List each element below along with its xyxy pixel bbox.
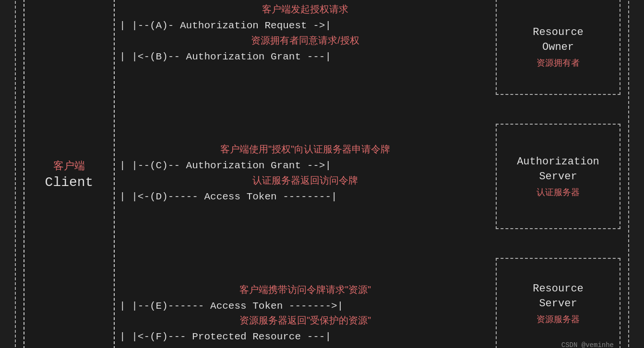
gap-1 xyxy=(119,86,491,95)
right-gap-2 xyxy=(496,229,620,258)
resource-server-box: Resource Server 资源服务器 xyxy=(496,258,620,348)
annotation-1-mid: 资源拥有者同意请求/授权 xyxy=(119,34,491,47)
authorization-server-box: Authorization Server 认证服务器 xyxy=(496,124,620,229)
auth-server-cn: 认证服务器 xyxy=(537,186,580,198)
flow-line-b: | |<-(B)-- Authorization Grant ---| xyxy=(119,49,491,65)
annotation-2-top: 客户端使用"授权"向认证服务器申请令牌 xyxy=(119,143,491,156)
flow-line-e: | |--(E)------ Access Token ------->| xyxy=(119,298,491,314)
flow-group-2: 客户端使用"授权"向认证服务器申请令牌 | |--(C)-- Authoriza… xyxy=(119,139,491,209)
flow-line-d: | |<-(D)----- Access Token --------| xyxy=(119,189,491,205)
watermark: CSDN @veminhe xyxy=(561,341,614,348)
right-gap-1 xyxy=(496,95,620,124)
resource-server-en-line1: Resource xyxy=(533,282,584,297)
gap-4 xyxy=(119,253,491,262)
inner-layout: 客户端 Client 客户端发起授权请求 | |--(A)- Authoriza… xyxy=(24,0,620,348)
flow-group-3: 客户端携带访问令牌请求"资源" | |--(E)------ Access To… xyxy=(119,279,491,348)
resource-owner-en-line1: Resource xyxy=(533,25,584,40)
client-en-label: Client xyxy=(45,175,94,190)
gap-2 xyxy=(119,113,491,122)
client-box: 客户端 Client xyxy=(24,0,115,348)
annotation-2-mid: 认证服务器返回访问令牌 xyxy=(119,174,491,187)
right-stack: Resource Owner 资源拥有者 Authorization Serve… xyxy=(496,0,620,348)
resource-owner-en-line2: Owner xyxy=(542,40,574,55)
diagram-container: 客户端 Client 客户端发起授权请求 | |--(A)- Authoriza… xyxy=(15,0,629,348)
gap-3 xyxy=(119,226,491,235)
flow-line-c: | |--(C)-- Authorization Grant -->| xyxy=(119,158,491,174)
auth-server-en-line1: Authorization xyxy=(517,155,599,170)
resource-owner-box: Resource Owner 资源拥有者 xyxy=(496,0,620,95)
flow-line-f: | |<-(F)--- Protected Resource ---| xyxy=(119,329,491,345)
resource-server-cn: 资源服务器 xyxy=(537,313,580,325)
flow-line-a: | |--(A)- Authorization Request ->| xyxy=(119,18,491,34)
resource-server-en-line2: Server xyxy=(539,297,577,312)
resource-owner-cn: 资源拥有者 xyxy=(537,57,580,69)
annotation-3-top: 客户端携带访问令牌请求"资源" xyxy=(119,283,491,296)
auth-server-en-line2: Server xyxy=(539,170,577,185)
middle-section: 客户端发起授权请求 | |--(A)- Authorization Reques… xyxy=(115,0,496,348)
flow-group-1: 客户端发起授权请求 | |--(A)- Authorization Reques… xyxy=(119,0,491,69)
annotation-3-mid: 资源服务器返回"受保护的资源" xyxy=(119,314,491,327)
client-cn-label: 客户端 xyxy=(53,159,85,173)
annotation-1-top: 客户端发起授权请求 xyxy=(119,3,491,16)
